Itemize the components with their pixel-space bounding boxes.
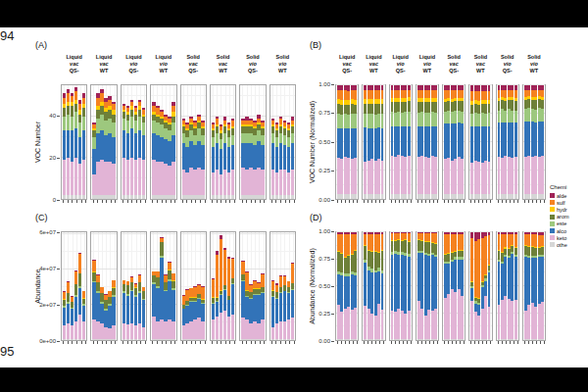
stacked-bar: [374, 232, 377, 340]
major-gridline: [443, 231, 465, 232]
bar-segment: [344, 90, 347, 100]
bar-segment: [447, 232, 450, 234]
major-gridline: [336, 113, 358, 114]
bar-segment: [92, 149, 95, 173]
bar-segment: [391, 112, 394, 126]
bar-segment: [370, 194, 373, 199]
bar-segment: [231, 121, 234, 126]
bar-segment: [96, 93, 99, 97]
bar-segment: [417, 240, 420, 251]
facet-label: LiquidvioWT: [150, 54, 176, 74]
vertical-gridline: [166, 85, 167, 199]
bar-segment: [408, 126, 411, 156]
x-tick-mark: [532, 200, 533, 203]
bar-segment: [524, 246, 527, 255]
bar-segment: [108, 133, 111, 163]
bar-segment: [337, 274, 340, 305]
vertical-gridline: [349, 85, 350, 199]
bar-segment: [444, 234, 447, 254]
bar-segment: [514, 300, 517, 339]
bar-segment: [189, 141, 192, 168]
stacked-bar: [451, 232, 454, 340]
vertical-gridline: [399, 232, 400, 340]
bar-segment: [364, 263, 367, 306]
bar-segment: [193, 128, 196, 134]
bar-segment: [451, 194, 454, 199]
stacked-bar: [347, 232, 350, 340]
bar-segment: [220, 130, 222, 132]
bar-segment: [461, 250, 464, 251]
bar-segment: [78, 286, 81, 288]
facet-panel: [150, 84, 176, 200]
y-tick-mark: [57, 200, 60, 201]
major-gridline: [497, 170, 518, 171]
stacked-bar: [377, 85, 380, 199]
bar-segment: [484, 126, 487, 161]
bar-segment: [164, 115, 167, 117]
bar-segment: [172, 135, 174, 162]
vertical-gridline: [525, 232, 526, 340]
bar-segment: [427, 113, 430, 126]
bar-segment: [417, 194, 420, 199]
bar-segment: [461, 339, 464, 340]
bar-segment: [201, 145, 204, 170]
stacked-bar: [508, 232, 511, 340]
bar-segment: [377, 268, 380, 270]
x-tick-mark: [341, 200, 342, 203]
major-gridline: [523, 285, 545, 286]
y-tick-mark: [57, 305, 60, 306]
bar-segment: [287, 122, 290, 124]
major-gridline: [390, 313, 412, 314]
bar-segment: [160, 162, 163, 195]
bar-segment: [257, 130, 260, 141]
x-tick-mark: [429, 341, 430, 344]
bar-segment: [152, 133, 155, 160]
bar-segment: [138, 158, 141, 195]
bar-segment: [122, 104, 125, 106]
y-tick-mark: [57, 158, 60, 159]
bar-segment: [249, 284, 252, 285]
bar-segment: [458, 232, 461, 234]
bar-segment: [134, 283, 137, 284]
bar-segment: [477, 101, 480, 104]
bar-segment: [283, 195, 286, 199]
legend-color-swatch: [550, 200, 555, 205]
facet-label: LiquidvacWT: [90, 54, 117, 74]
bar-segment: [458, 90, 461, 98]
x-tick-mark: [403, 341, 404, 344]
stacked-bar: [96, 85, 99, 199]
vertical-gridline: [217, 85, 218, 199]
vertical-gridline: [449, 232, 450, 340]
bar-segment: [63, 98, 66, 104]
bar-segment: [401, 339, 404, 340]
stacked-bar: [63, 232, 66, 340]
major-gridline: [91, 116, 116, 117]
bar-segment: [424, 90, 427, 98]
bar-segment: [524, 194, 527, 199]
bar-segment: [182, 121, 185, 124]
bar-segment: [354, 105, 357, 114]
bar-segment: [504, 257, 507, 296]
bar-segment: [337, 90, 340, 99]
bar-segment: [394, 102, 397, 112]
bar-segment: [381, 310, 384, 339]
bar-segment: [241, 124, 244, 126]
x-tick-mark: [294, 341, 295, 344]
stacked-bar: [271, 232, 274, 340]
minor-gridline: [336, 184, 358, 185]
bar-segment: [220, 149, 222, 173]
bar-segment: [92, 272, 95, 281]
stacked-bar: [458, 232, 461, 340]
bar-segment: [231, 119, 234, 121]
bar-segment: [271, 281, 274, 290]
stacked-bar: [498, 232, 501, 340]
bar-segment: [481, 85, 484, 91]
vertical-gridline: [539, 85, 540, 199]
bar-segment: [420, 240, 423, 241]
bar-segment: [501, 97, 504, 100]
bar-segment: [461, 234, 464, 249]
x-tick-mark: [186, 341, 187, 344]
bar-segment: [67, 302, 70, 304]
bar-segment: [223, 124, 226, 126]
bar-segment: [164, 339, 167, 340]
